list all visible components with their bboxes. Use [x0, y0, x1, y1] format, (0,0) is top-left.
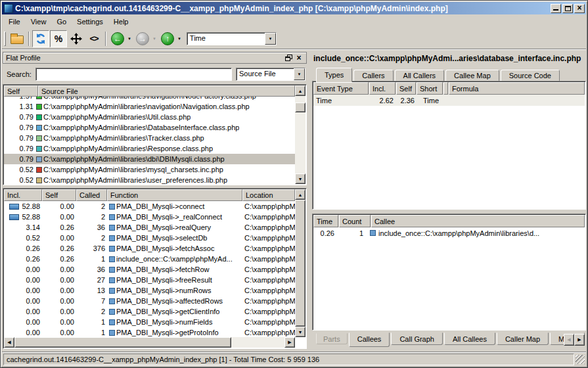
- column-header-called[interactable]: Called: [76, 189, 107, 201]
- menu-go[interactable]: Go: [51, 16, 72, 28]
- function-row[interactable]: 0.520.002PMA_DBI_Mysqli->selectDbC:\xamp…: [4, 233, 295, 243]
- source-file-row[interactable]: 0.52C:\xampp\phpMyAdmin\libraries\mysql_…: [4, 164, 295, 175]
- percentage-button[interactable]: %: [50, 30, 67, 47]
- scroll-left-icon[interactable]: ◀: [4, 337, 14, 348]
- scrollbar-thumb[interactable]: [295, 200, 305, 327]
- function-row[interactable]: 0.000.001PMA_DBI_Mysqli->getProtoInfoC:\…: [4, 327, 295, 337]
- column-header-formula[interactable]: Formula: [449, 82, 585, 95]
- search-label: Search:: [4, 70, 35, 78]
- column-header-self[interactable]: Self: [4, 85, 38, 97]
- function-row[interactable]: 0.260.26376PMA_DBI_Mysqli->fetchAssocC:\…: [4, 243, 295, 254]
- tab-caller-map[interactable]: Caller Map: [497, 333, 549, 345]
- chevron-down-icon[interactable]: ▼: [294, 68, 305, 80]
- tab-parts[interactable]: Parts: [316, 333, 348, 344]
- group-by-select[interactable]: Source File ▼: [236, 68, 305, 81]
- shorten-templates-button[interactable]: <>: [85, 30, 102, 47]
- tab-scroll-left-icon[interactable]: ◀: [564, 334, 574, 346]
- menu-file[interactable]: File: [3, 16, 26, 28]
- menu-view[interactable]: View: [26, 16, 52, 28]
- column-header-time[interactable]: Time: [313, 215, 338, 227]
- up-button[interactable]: ↑: [159, 30, 176, 47]
- dock-close-button[interactable]: ×: [294, 54, 304, 62]
- scroll-right-icon[interactable]: ▶: [284, 337, 295, 348]
- column-header-source-file[interactable]: Source File: [38, 85, 295, 97]
- column-header-callee[interactable]: Callee: [371, 215, 585, 227]
- column-header-event-type[interactable]: Event Type: [313, 82, 369, 95]
- scroll-up-icon[interactable]: ▲: [295, 189, 305, 200]
- maximize-button[interactable]: [562, 4, 573, 13]
- minimize-button[interactable]: [551, 4, 561, 13]
- back-button[interactable]: ←: [109, 30, 126, 47]
- file-color-swatch: [36, 125, 42, 131]
- back-dropdown-arrow[interactable]: ▼: [127, 37, 131, 41]
- detail-bottom-tabs: Parts Callees Call Graph All Callees Cal…: [313, 333, 585, 348]
- event-type-select[interactable]: Time ▼: [187, 32, 277, 45]
- horizontal-scrollbar[interactable]: ◀ ▶: [4, 337, 295, 348]
- tab-all-callees[interactable]: All Callees: [444, 333, 495, 345]
- forward-dropdown-arrow[interactable]: ▼: [152, 37, 156, 41]
- close-button[interactable]: ×: [574, 4, 585, 13]
- function-row[interactable]: 0.000.002PMA_DBI_Mysqli->getClientInfoC:…: [4, 306, 295, 317]
- function-row[interactable]: 0.260.261include_once::C:\xampp\phpMyAd.…: [4, 254, 295, 264]
- column-header-function[interactable]: Function: [107, 189, 242, 201]
- move-arrows-icon: [70, 32, 83, 45]
- source-file-row[interactable]: 0.79C:\xampp\phpMyAdmin\libraries\Databa…: [4, 122, 295, 133]
- source-file-row[interactable]: 0.52C:\xampp\phpMyAdmin\libraries\user_p…: [4, 175, 295, 184]
- function-row[interactable]: 0.000.0027PMA_DBI_Mysqli->freeResultC:\x…: [4, 275, 295, 285]
- dock-title-bar[interactable]: Flat Profile ×: [3, 52, 307, 64]
- source-file-row[interactable]: 0.79C:\xampp\phpMyAdmin\libraries\Tracke…: [4, 133, 295, 143]
- function-row[interactable]: 52.880.002PMA_DBI_Mysqli->connectC:\xamp…: [4, 201, 295, 212]
- relative-cost-button[interactable]: [68, 30, 85, 47]
- column-header-incl[interactable]: Incl.: [4, 189, 42, 201]
- callee-row[interactable]: 0.26 1 include_once::C:\xampp\phpMyAdmin…: [313, 227, 585, 239]
- source-file-row[interactable]: 1.31C:\xampp\phpMyAdmin\libraries\naviga…: [4, 101, 295, 112]
- column-header-count[interactable]: Count: [339, 215, 371, 227]
- function-row[interactable]: 0.000.0036PMA_DBI_Mysqli->fetchRowC:\xam…: [4, 264, 295, 275]
- column-header-location[interactable]: Location: [242, 189, 295, 201]
- float-icon: [285, 57, 290, 61]
- tab-call-graph[interactable]: Call Graph: [391, 333, 443, 345]
- resize-grip[interactable]: [576, 355, 585, 364]
- source-file-row[interactable]: 0.79C:\xampp\phpMyAdmin\libraries\Util.c…: [4, 112, 295, 122]
- function-row[interactable]: 52.880.002PMA_DBI_Mysqli->_realConnectC:…: [4, 212, 295, 222]
- dock-float-button[interactable]: [284, 54, 293, 62]
- tab-types[interactable]: Types: [316, 68, 352, 82]
- scrollbar-thumb[interactable]: [14, 337, 231, 348]
- source-file-row[interactable]: 0.79C:\xampp\phpMyAdmin\libraries\Respon…: [4, 143, 295, 154]
- function-icon: [109, 309, 115, 315]
- tab-scroll-right-icon[interactable]: ▶: [574, 334, 585, 346]
- source-file-row-selected[interactable]: 0.79C:\xampp\phpMyAdmin\libraries\dbi\DB…: [4, 154, 295, 164]
- title-bar[interactable]: C:\xampp\tmp\cachegrind.out.1416463299-C…: [2, 2, 586, 14]
- function-row[interactable]: 0.000.001PMA_DBI_Mysqli->numFieldsC:\xam…: [4, 317, 295, 327]
- scroll-down-icon[interactable]: ▼: [295, 173, 305, 184]
- toolbar-handle[interactable]: [4, 32, 6, 46]
- function-row[interactable]: 3.140.2636PMA_DBI_Mysqli->realQueryC:\xa…: [4, 222, 295, 233]
- function-detail-panel: include_once::C:\xampp\phpMyAdmi...aries…: [312, 52, 586, 349]
- window-title: C:\xampp\tmp\cachegrind.out.1416463299-C…: [15, 4, 548, 13]
- close-icon: ×: [577, 4, 581, 12]
- vertical-scrollbar[interactable]: ▲ ▼: [295, 85, 305, 184]
- source-file-row[interactable]: 1.57C:\xampp\phpMyAdmin\libraries\naviga…: [4, 97, 295, 101]
- column-header-self[interactable]: Self: [396, 82, 416, 95]
- open-folder-icon: [11, 35, 24, 44]
- column-header-incl[interactable]: Incl.: [369, 82, 396, 95]
- event-type-row[interactable]: Time 2.62 2.36 Time: [313, 95, 585, 106]
- scroll-down-icon[interactable]: ▼: [295, 327, 305, 337]
- tab-callees[interactable]: Callees: [349, 333, 390, 347]
- reload-button[interactable]: [32, 30, 49, 47]
- function-row[interactable]: 0.000.0013PMA_DBI_Mysqli->numRowsC:\xamp…: [4, 285, 295, 296]
- column-header-self[interactable]: Self: [42, 189, 76, 201]
- scroll-up-icon[interactable]: ▲: [295, 85, 305, 96]
- menu-help[interactable]: Help: [108, 16, 134, 28]
- scrollbar-thumb[interactable]: [295, 103, 305, 112]
- vertical-scrollbar[interactable]: ▲ ▼: [295, 189, 305, 337]
- open-file-button[interactable]: [9, 30, 26, 47]
- column-header-short[interactable]: Short: [417, 82, 443, 95]
- search-input[interactable]: [35, 68, 232, 81]
- forward-button[interactable]: →: [134, 30, 151, 47]
- up-dropdown-arrow[interactable]: ▼: [177, 37, 181, 41]
- search-row: Search: Source File ▼: [4, 67, 305, 81]
- chevron-down-icon[interactable]: ▼: [265, 33, 276, 45]
- function-row[interactable]: 0.000.007PMA_DBI_Mysqli->affectedRowsC:\…: [4, 296, 295, 306]
- menu-settings[interactable]: Settings: [72, 16, 108, 28]
